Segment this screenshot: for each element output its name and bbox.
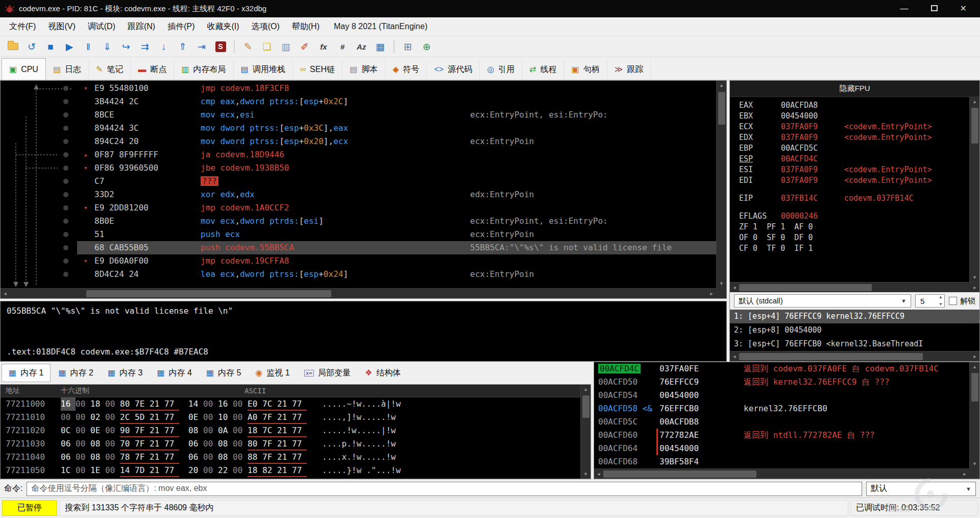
memory-row[interactable]: 7721103006000800707F217706000800807F2177… xyxy=(1,437,591,451)
step-down-button[interactable]: ↓ xyxy=(155,38,173,55)
command-profile-select[interactable]: 默认 ▼ xyxy=(866,482,976,496)
scroll-thumb[interactable] xyxy=(739,353,923,360)
menu-item[interactable]: 收藏夹(I) xyxy=(201,17,246,36)
step-into-button[interactable]: ⇓ xyxy=(99,38,116,55)
open-file-button[interactable] xyxy=(4,38,21,55)
menu-item[interactable]: 文件(F) xyxy=(3,17,42,36)
stack-row[interactable]: 00ACFD4C037FA0FE返回到 codevm.037FA0FE 自 co… xyxy=(594,362,969,375)
scroll-right-icon[interactable]: ► xyxy=(960,469,969,479)
memory-map-window-button[interactable]: ▦ xyxy=(372,38,389,55)
maximize-button[interactable] xyxy=(931,5,938,13)
tab-监视 1[interactable]: ◉监视 1 xyxy=(249,364,296,382)
menu-item[interactable]: 调试(D) xyxy=(82,17,121,36)
script-button[interactable]: S xyxy=(212,38,229,55)
memory-row[interactable]: 7721104006000800787F217706000800887F2177… xyxy=(1,451,591,464)
menu-item[interactable]: 插件(P) xyxy=(161,17,201,36)
tab-内存 2[interactable]: ▦内存 2 xyxy=(52,364,100,382)
calculator-button[interactable]: ⊞ xyxy=(399,38,416,55)
tab-断点[interactable]: ▬断点 xyxy=(131,59,174,80)
stack-row[interactable]: 00ACFD5C00ACFDB8 xyxy=(594,415,969,429)
disasm-row[interactable]: 8B0Emov ecx,dword ptrds:[esi]ecx:EntryPo… xyxy=(77,215,716,228)
disasm-row[interactable]: ▾0F86 93960500jbe codevm.1938B50 xyxy=(77,161,716,175)
fill-button[interactable]: ❏ xyxy=(258,38,276,55)
run-to-user-code-button[interactable]: ⇥ xyxy=(193,38,210,55)
command-input[interactable] xyxy=(27,482,862,496)
minimize-button[interactable]: — xyxy=(900,5,909,13)
scroll-up-icon[interactable]: ▲ xyxy=(970,362,979,371)
register-row[interactable]: EIP037FB14Ccodevm.037FB14C xyxy=(739,193,969,204)
unlock-checkbox[interactable]: 解锁 xyxy=(949,296,975,306)
disasm-row[interactable]: 8BCEmov ecx,esiecx:EntryPoint, esi:Entry… xyxy=(77,108,716,122)
tab-内存 1[interactable]: ▦内存 1 xyxy=(2,364,51,382)
scroll-thumb[interactable] xyxy=(739,284,872,291)
menu-item[interactable]: 视图(V) xyxy=(42,17,81,36)
scroll-down-icon[interactable]: ▼ xyxy=(581,469,591,479)
hash-button[interactable]: # xyxy=(334,38,351,55)
tab-内存 5[interactable]: ▦内存 5 xyxy=(200,364,248,382)
disasm-row[interactable]: 894C24 20mov dword ptrss:[esp+0x20],ecxe… xyxy=(77,135,716,148)
stack-row[interactable]: 00ACFD6839BF58F4 xyxy=(594,455,969,468)
registers-hscrollbar[interactable]: ◄ ► xyxy=(730,282,979,292)
register-row[interactable]: EBX00454000 xyxy=(739,111,969,122)
register-row[interactable]: EAX00ACFDA8 xyxy=(739,100,969,111)
spin-down-icon[interactable]: ▼ xyxy=(939,302,943,307)
memory-vscrollbar[interactable]: ▲ ▼ xyxy=(580,385,591,479)
scroll-down-icon[interactable]: ▼ xyxy=(970,459,979,468)
arg-row[interactable]: 1: [esp+4] 76EFFCC9 kernel32.76EFFCC9 xyxy=(730,310,979,323)
close-button[interactable]: ✕ xyxy=(960,5,967,13)
tab-CPU[interactable]: ▣CPU xyxy=(2,58,46,80)
tab-源代码[interactable]: <>源代码 xyxy=(427,59,480,80)
execute-till-return-button[interactable]: ⇉ xyxy=(136,38,154,55)
tab-结构体[interactable]: ❖结构体 xyxy=(358,364,407,382)
tab-笔记[interactable]: ✎笔记 xyxy=(89,59,131,80)
scroll-thumb[interactable] xyxy=(582,395,590,418)
scroll-left-icon[interactable]: ◄ xyxy=(730,283,739,292)
scroll-right-icon[interactable]: ► xyxy=(970,352,979,361)
scroll-down-icon[interactable]: ▼ xyxy=(970,273,979,282)
stop-button[interactable]: ■ xyxy=(42,38,59,55)
register-row[interactable]: EDX037FA0F9<codevm.EntryPoint> xyxy=(739,132,969,143)
checkbox-icon[interactable] xyxy=(949,297,957,305)
disasm-row[interactable]: 68 CAB55B05push codevm.55BB5CA55BB5CA:"\… xyxy=(77,241,716,254)
disasm-row[interactable]: ▴0F87 8F9FFFFFja codevm.18D9446 xyxy=(77,148,716,161)
tab-引用[interactable]: ◎引用 xyxy=(480,59,522,80)
arg-count-stepper[interactable]: 5 ▲▼ xyxy=(915,294,945,308)
tab-线程[interactable]: ⇄线程 xyxy=(522,59,564,80)
step-out-button[interactable]: ⇑ xyxy=(174,38,191,55)
tab-句柄[interactable]: ▣句柄 xyxy=(565,59,607,80)
scroll-up-icon[interactable]: ▲ xyxy=(717,81,726,90)
scroll-thumb[interactable] xyxy=(971,373,978,402)
tab-SEH链[interactable]: ∞SEH链 xyxy=(293,59,342,80)
scroll-thumb[interactable] xyxy=(86,290,331,297)
scroll-thumb[interactable] xyxy=(718,92,725,125)
pause-button[interactable]: ‖ xyxy=(80,38,97,55)
register-row[interactable]: OF 0 SF 0 DF 0 xyxy=(739,232,969,243)
run-button[interactable]: ▶ xyxy=(61,38,78,55)
register-row[interactable]: ZF 1 PF 1 AF 0 xyxy=(739,222,969,232)
hide-fpu-button[interactable]: 隐藏FPU xyxy=(730,81,979,97)
register-row[interactable]: ESP00ACFD4C xyxy=(739,154,969,164)
disasm-row[interactable]: C7??? xyxy=(77,175,716,188)
scroll-thumb[interactable] xyxy=(603,470,756,478)
tab-调用堆栈[interactable]: ▤调用堆栈 xyxy=(234,59,293,80)
tab-跟踪[interactable]: ≫跟踪 xyxy=(607,59,651,80)
stack-row[interactable]: 00ACFD5076EFFCC9返回到 kernel32.76EFFCC9 自 … xyxy=(594,375,969,389)
arg-row[interactable]: 2: [esp+8] 00454000 xyxy=(730,323,979,337)
spin-up-icon[interactable]: ▲ xyxy=(939,295,943,299)
disassembly-hscrollbar[interactable]: ◄ ► xyxy=(1,288,716,298)
disasm-row[interactable]: 3B4424 2Ccmp eax,dword ptrss:[esp+0x2C] xyxy=(77,95,716,108)
registers-vscrollbar[interactable]: ▲ ▼ xyxy=(969,97,979,282)
stack-row[interactable]: 00ACFD60772782AE返回到 ntdll.772782AE 自 ??? xyxy=(594,429,969,442)
tab-符号[interactable]: ◆符号 xyxy=(385,59,427,80)
stack-vscrollbar[interactable]: ▲ ▼ xyxy=(969,362,979,468)
scroll-up-icon[interactable]: ▲ xyxy=(581,385,591,394)
patch-button[interactable]: ✎ xyxy=(239,38,257,55)
register-row[interactable]: ESI037FA0F9<codevm.EntryPoint> xyxy=(739,164,969,175)
tab-内存 3[interactable]: ▦内存 3 xyxy=(101,364,149,382)
fx-button[interactable]: fx xyxy=(315,38,332,55)
disasm-row[interactable]: 33D2xor edx,edxedx:EntryPoin xyxy=(77,188,716,201)
scroll-right-icon[interactable]: ► xyxy=(970,283,979,292)
memory-row[interactable]: 772110200C000E00907F217708000A00187C2177… xyxy=(1,424,591,437)
register-row[interactable]: EDI037FA0F9<codevm.EntryPoint> xyxy=(739,175,969,186)
step-over-button[interactable]: ↪ xyxy=(117,38,135,55)
